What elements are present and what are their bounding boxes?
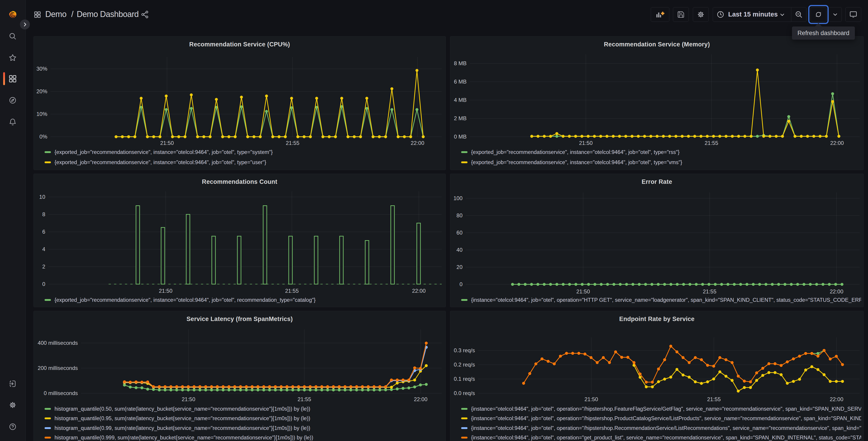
svg-text:21:50: 21:50: [585, 396, 598, 402]
svg-text:22:00: 22:00: [414, 396, 428, 402]
svg-text:200 milliseconds: 200 milliseconds: [38, 365, 78, 371]
svg-text:21:50: 21:50: [579, 140, 593, 146]
svg-text:0: 0: [42, 281, 45, 287]
svg-text:6: 6: [42, 229, 45, 235]
svg-text:4: 4: [42, 246, 45, 252]
svg-text:21:55: 21:55: [703, 288, 716, 295]
svg-text:0%: 0%: [39, 134, 47, 140]
svg-text:80: 80: [456, 212, 463, 218]
svg-text:21:50: 21:50: [160, 140, 174, 146]
svg-text:4 MB: 4 MB: [454, 97, 467, 103]
svg-text:30%: 30%: [36, 66, 47, 72]
svg-text:0: 0: [460, 281, 463, 287]
svg-text:2: 2: [42, 264, 45, 270]
svg-text:6 MB: 6 MB: [454, 79, 467, 85]
svg-text:0 MB: 0 MB: [454, 134, 467, 140]
svg-text:21:55: 21:55: [285, 288, 299, 294]
svg-text:8: 8: [42, 211, 45, 217]
svg-text:21:55: 21:55: [707, 396, 721, 402]
svg-text:10: 10: [39, 194, 45, 200]
svg-text:8 MB: 8 MB: [454, 60, 467, 66]
svg-text:21:50: 21:50: [576, 288, 590, 295]
svg-text:40: 40: [456, 247, 463, 253]
svg-text:10%: 10%: [36, 111, 47, 117]
svg-text:0 milliseconds: 0 milliseconds: [44, 390, 78, 396]
svg-text:22:00: 22:00: [830, 396, 843, 402]
svg-text:21:55: 21:55: [286, 140, 299, 146]
svg-text:20%: 20%: [36, 88, 47, 94]
svg-text:60: 60: [456, 230, 463, 236]
svg-text:21:55: 21:55: [705, 140, 718, 146]
svg-text:0.3 req/s: 0.3 req/s: [454, 347, 475, 353]
svg-text:22:00: 22:00: [830, 140, 844, 146]
svg-text:0.1 req/s: 0.1 req/s: [454, 376, 475, 382]
svg-text:0.2 req/s: 0.2 req/s: [454, 361, 475, 368]
svg-text:400 milliseconds: 400 milliseconds: [38, 340, 78, 346]
svg-text:21:50: 21:50: [182, 396, 195, 402]
svg-text:2 MB: 2 MB: [454, 115, 467, 121]
svg-text:0.0 req/s: 0.0 req/s: [454, 390, 475, 396]
svg-text:100: 100: [454, 195, 463, 201]
svg-text:22:00: 22:00: [411, 140, 424, 146]
svg-text:21:55: 21:55: [298, 396, 311, 402]
svg-text:22:00: 22:00: [830, 288, 843, 295]
svg-text:21:50: 21:50: [159, 288, 173, 294]
svg-text:22:00: 22:00: [412, 288, 426, 294]
svg-text:20: 20: [456, 264, 463, 270]
